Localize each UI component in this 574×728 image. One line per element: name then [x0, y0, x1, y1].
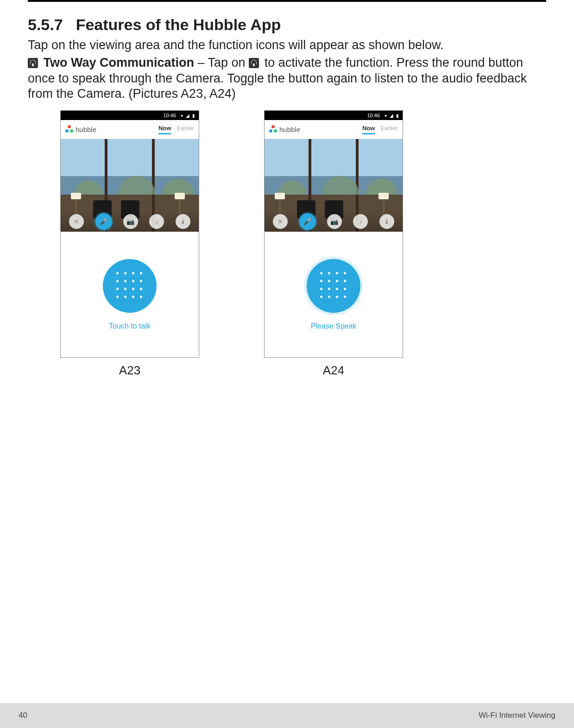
app-name: hubble: [76, 126, 96, 133]
wifi-icon: ▾: [385, 113, 387, 118]
two-way-talk-button[interactable]: 🎤: [95, 213, 112, 230]
two-way-talk-button[interactable]: 🎤: [299, 213, 316, 230]
push-to-talk-button[interactable]: [307, 259, 360, 313]
status-bar: 10:46 ▾ ◢ ▮: [265, 111, 403, 120]
tab-now[interactable]: Now: [362, 125, 375, 134]
status-bar: 10:46 ▾ ◢ ▮: [61, 111, 199, 120]
section-number: 5.5.7: [28, 16, 63, 33]
figures-row: 10:46 ▾ ◢ ▮ hubble Now Earlier: [60, 110, 546, 378]
close-button[interactable]: ✕: [273, 214, 288, 229]
signal-icon: ◢: [186, 113, 189, 118]
mic-icon: [249, 58, 259, 68]
intro-paragraph: Tap on the viewing area and the function…: [28, 38, 546, 53]
feature-sep: – Tap on: [194, 56, 249, 70]
app-logo: hubble: [269, 125, 362, 133]
figure-a24: 10:46 ▾ ◢ ▮ hubble Now Earlier: [264, 110, 403, 378]
section-title: Features of the Hubble App: [76, 16, 281, 33]
status-time: 10:46: [163, 113, 176, 118]
talk-label: Touch to talk: [109, 322, 151, 330]
battery-icon: ▮: [396, 113, 399, 118]
feature-paragraph: Two Way Communication – Tap on to activa…: [28, 55, 546, 102]
phone-a24: 10:46 ▾ ◢ ▮ hubble Now Earlier: [264, 110, 403, 358]
talk-panel: Please Speak: [265, 232, 403, 357]
figure-a23: 10:46 ▾ ◢ ▮ hubble Now Earlier: [60, 110, 199, 378]
footer-chapter: Wi-Fi Internet Viewing: [479, 711, 555, 720]
app-header: hubble Now Earlier: [61, 120, 199, 139]
status-time: 10:46: [367, 113, 380, 118]
speaker-grille-icon: [116, 272, 144, 299]
section-heading: 5.5.7Features of the Hubble App: [28, 16, 546, 34]
figure-label-a23: A23: [60, 363, 199, 378]
logo-dots-icon: [65, 125, 74, 133]
talk-label: Please Speak: [311, 322, 357, 330]
speaker-grille-icon: [320, 272, 347, 299]
wifi-icon: ▾: [181, 113, 183, 118]
talk-panel: Touch to talk: [61, 232, 199, 357]
page-footer: 40 Wi-Fi Internet Viewing: [0, 703, 574, 728]
header-tabs: Now Earlier: [158, 125, 194, 134]
lullaby-button[interactable]: ♪: [353, 214, 368, 229]
tab-earlier[interactable]: Earlier: [380, 125, 398, 134]
function-icon-row: ✕ 🎤 📷 ♪ 🌡: [61, 211, 199, 232]
top-rule: [28, 0, 546, 2]
figure-label-a24: A24: [264, 363, 403, 378]
live-video-area[interactable]: ✕ 🎤 📷 ♪ 🌡: [265, 139, 403, 232]
header-tabs: Now Earlier: [362, 125, 398, 134]
signal-icon: ◢: [390, 113, 393, 118]
snapshot-button[interactable]: 📷: [327, 214, 342, 229]
app-name: hubble: [279, 126, 300, 133]
tab-now[interactable]: Now: [158, 125, 171, 134]
mic-icon: [28, 58, 38, 68]
tab-earlier[interactable]: Earlier: [177, 125, 194, 134]
feature-name: Two Way Communication: [44, 56, 195, 70]
function-icon-row: ✕ 🎤 📷 ♪ 🌡: [265, 211, 403, 232]
page-number: 40: [19, 711, 27, 720]
temperature-button[interactable]: 🌡: [176, 214, 190, 229]
close-button[interactable]: ✕: [69, 214, 84, 229]
snapshot-button[interactable]: 📷: [123, 214, 138, 229]
logo-dots-icon: [269, 125, 278, 133]
app-header: hubble Now Earlier: [265, 120, 403, 139]
live-video-area[interactable]: ✕ 🎤 📷 ♪ 🌡: [61, 139, 199, 232]
temperature-button[interactable]: 🌡: [379, 214, 394, 229]
phone-a23: 10:46 ▾ ◢ ▮ hubble Now Earlier: [60, 110, 199, 358]
lullaby-button[interactable]: ♪: [149, 214, 164, 229]
app-logo: hubble: [65, 125, 158, 133]
battery-icon: ▮: [192, 113, 195, 118]
push-to-talk-button[interactable]: [103, 259, 157, 313]
